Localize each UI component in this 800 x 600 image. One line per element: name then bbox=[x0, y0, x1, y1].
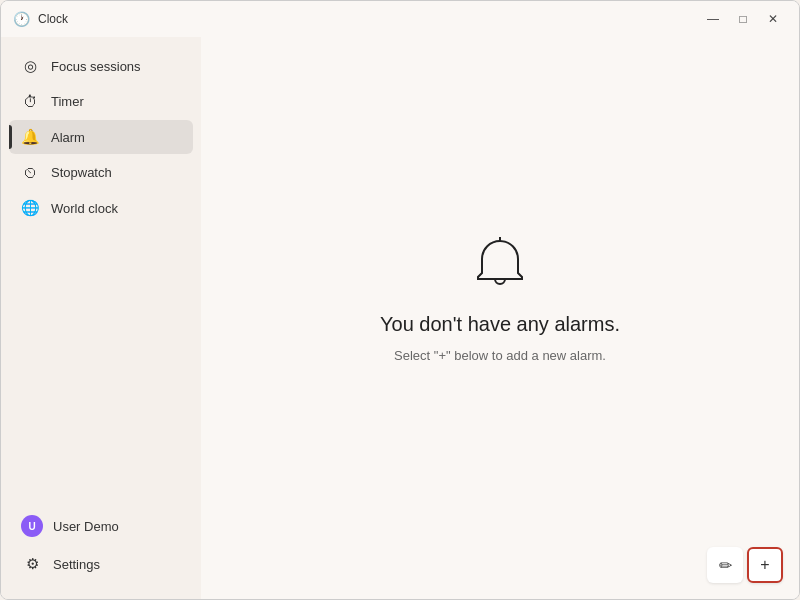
world-clock-icon: 🌐 bbox=[21, 199, 39, 217]
sidebar-item-alarm[interactable]: 🔔 Alarm bbox=[9, 120, 193, 154]
settings-item[interactable]: ⚙ Settings bbox=[9, 547, 193, 581]
sidebar-item-timer[interactable]: ⏱ Timer bbox=[9, 85, 193, 118]
empty-title: You don't have any alarms. bbox=[380, 313, 620, 336]
sidebar-nav: ◎ Focus sessions ⏱ Timer 🔔 Alarm ⏲ Stopw… bbox=[1, 45, 201, 499]
settings-label: Settings bbox=[53, 557, 100, 572]
sidebar-item-focus-sessions[interactable]: ◎ Focus sessions bbox=[9, 49, 193, 83]
maximize-button[interactable]: □ bbox=[729, 8, 757, 30]
sidebar-item-label: Focus sessions bbox=[51, 59, 141, 74]
sidebar-item-label: World clock bbox=[51, 201, 118, 216]
close-button[interactable]: ✕ bbox=[759, 8, 787, 30]
edit-button[interactable]: ✏ bbox=[707, 547, 743, 583]
focus-sessions-icon: ◎ bbox=[21, 57, 39, 75]
titlebar: 🕐 Clock — □ ✕ bbox=[1, 1, 799, 37]
titlebar-left: 🕐 Clock bbox=[13, 11, 68, 27]
app-title: Clock bbox=[38, 12, 68, 26]
minimize-button[interactable]: — bbox=[699, 8, 727, 30]
sidebar-item-stopwatch[interactable]: ⏲ Stopwatch bbox=[9, 156, 193, 189]
app-icon: 🕐 bbox=[13, 11, 30, 27]
content-area: You don't have any alarms. Select "+" be… bbox=[201, 37, 799, 599]
app-window: 🕐 Clock — □ ✕ ◎ Focus sessions ⏱ Timer bbox=[0, 0, 800, 600]
sidebar-item-label: Stopwatch bbox=[51, 165, 112, 180]
user-label: User Demo bbox=[53, 519, 119, 534]
user-profile-item[interactable]: U User Demo bbox=[9, 507, 193, 545]
main-layout: ◎ Focus sessions ⏱ Timer 🔔 Alarm ⏲ Stopw… bbox=[1, 37, 799, 599]
window-controls: — □ ✕ bbox=[699, 8, 787, 30]
settings-icon: ⚙ bbox=[21, 555, 43, 573]
bell-icon bbox=[468, 233, 532, 301]
sidebar-item-label: Timer bbox=[51, 94, 84, 109]
add-alarm-button[interactable]: + bbox=[747, 547, 783, 583]
sidebar-item-world-clock[interactable]: 🌐 World clock bbox=[9, 191, 193, 225]
sidebar-bottom: U User Demo ⚙ Settings bbox=[1, 499, 201, 591]
sidebar: ◎ Focus sessions ⏱ Timer 🔔 Alarm ⏲ Stopw… bbox=[1, 37, 201, 599]
sidebar-item-label: Alarm bbox=[51, 130, 85, 145]
empty-state: You don't have any alarms. Select "+" be… bbox=[380, 233, 620, 363]
stopwatch-icon: ⏲ bbox=[21, 164, 39, 181]
timer-icon: ⏱ bbox=[21, 93, 39, 110]
empty-subtitle: Select "+" below to add a new alarm. bbox=[394, 348, 606, 363]
bottom-actions: ✏ + bbox=[707, 547, 783, 583]
user-avatar: U bbox=[21, 515, 43, 537]
alarm-icon: 🔔 bbox=[21, 128, 39, 146]
